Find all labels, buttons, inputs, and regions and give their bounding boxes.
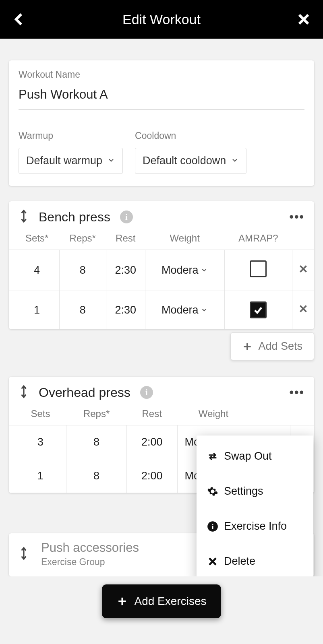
chevron-left-icon	[12, 12, 27, 27]
cooldown-value: Default cooldown	[143, 155, 226, 167]
svg-point-11	[211, 490, 214, 493]
close-icon	[298, 264, 309, 274]
col-sets: Sets*	[9, 229, 59, 250]
cooldown-label: Cooldown	[135, 130, 246, 141]
warmup-label: Warmup	[19, 130, 123, 141]
sets-cell[interactable]: 1	[9, 459, 66, 493]
amrap-cell[interactable]	[224, 250, 292, 291]
chevron-down-icon	[231, 155, 239, 167]
close-icon	[207, 556, 218, 567]
rest-cell[interactable]: 2:00	[126, 425, 177, 459]
gear-icon	[207, 486, 218, 497]
chevron-down-icon	[201, 264, 208, 277]
rest-cell[interactable]: 2:30	[106, 250, 145, 291]
menu-delete[interactable]: Delete	[197, 544, 313, 576]
exercise-context-menu: Swap Out Settings i Exercise Info Delete	[197, 436, 313, 576]
drag-handle-icon[interactable]	[19, 547, 29, 562]
sets-table: Sets* Reps* Rest Weight AMRAP? 4 8 2:30 …	[9, 229, 314, 329]
rest-cell[interactable]: 2:00	[126, 459, 177, 493]
col-rest: Rest	[106, 229, 145, 250]
col-weight: Weight	[145, 229, 224, 250]
chevron-down-icon	[201, 304, 208, 316]
add-exercises-button[interactable]: Add Exercises	[102, 584, 221, 618]
sets-cell[interactable]: 4	[9, 250, 59, 291]
drag-handle-icon[interactable]	[19, 209, 29, 225]
checkbox-unchecked-icon	[250, 260, 267, 277]
plus-icon	[242, 341, 253, 352]
exercise-card-bench-press: Bench press i ••• Sets* Reps* Rest Weigh…	[9, 201, 314, 329]
plus-icon	[117, 596, 128, 607]
add-sets-button[interactable]: Add Sets	[230, 332, 314, 360]
set-row: 1 8 2:30 Modera	[9, 291, 314, 329]
rest-cell[interactable]: 2:30	[106, 291, 145, 329]
set-row: 4 8 2:30 Modera	[9, 250, 314, 291]
reps-cell[interactable]: 8	[66, 425, 127, 459]
weight-cell[interactable]: Modera	[145, 250, 224, 291]
reps-cell[interactable]: 8	[59, 291, 106, 329]
col-rest: Rest	[126, 404, 177, 425]
warmup-select[interactable]: Default warmup	[19, 148, 123, 174]
workout-meta-card: Workout Name Warmup Default warmup Coold…	[9, 60, 314, 186]
col-reps: Reps*	[66, 404, 127, 425]
col-reps: Reps*	[59, 229, 106, 250]
exercise-title: Overhead press	[39, 385, 130, 400]
info-icon[interactable]: i	[120, 211, 133, 223]
amrap-cell[interactable]	[224, 291, 292, 329]
menu-swap-out[interactable]: Swap Out	[197, 439, 313, 474]
app-header: Edit Workout	[0, 0, 323, 39]
drag-handle-icon[interactable]	[19, 385, 29, 400]
close-icon	[298, 303, 309, 314]
col-sets: Sets	[9, 404, 66, 425]
close-icon	[296, 12, 311, 27]
close-button[interactable]	[294, 10, 313, 29]
back-button[interactable]	[10, 10, 29, 29]
page-title: Edit Workout	[122, 12, 201, 27]
checkbox-checked-icon	[250, 301, 267, 318]
menu-settings[interactable]: Settings	[197, 474, 313, 509]
chevron-down-icon	[107, 155, 115, 167]
svg-text:i: i	[211, 522, 213, 531]
menu-exercise-info[interactable]: i Exercise Info	[197, 509, 313, 544]
exercise-title: Bench press	[39, 210, 110, 225]
col-weight: Weight	[177, 404, 250, 425]
group-title: Push accessories	[41, 541, 139, 555]
workout-name-input[interactable]	[19, 83, 304, 109]
info-icon: i	[207, 521, 218, 532]
sets-cell[interactable]: 3	[9, 425, 66, 459]
group-subtitle: Exercise Group	[41, 557, 139, 568]
warmup-value: Default warmup	[26, 155, 102, 167]
swap-icon	[207, 451, 218, 462]
col-amrap: AMRAP?	[224, 229, 292, 250]
more-menu-button[interactable]: •••	[289, 386, 304, 399]
reps-cell[interactable]: 8	[59, 250, 106, 291]
delete-row-button[interactable]	[292, 291, 314, 329]
workout-name-label: Workout Name	[19, 69, 304, 80]
sets-cell[interactable]: 1	[9, 291, 59, 329]
weight-cell[interactable]: Modera	[145, 291, 224, 329]
delete-row-button[interactable]	[292, 250, 314, 291]
cooldown-select[interactable]: Default cooldown	[135, 148, 246, 174]
reps-cell[interactable]: 8	[66, 459, 127, 493]
info-icon[interactable]: i	[140, 386, 153, 399]
more-menu-button[interactable]: •••	[289, 210, 304, 224]
